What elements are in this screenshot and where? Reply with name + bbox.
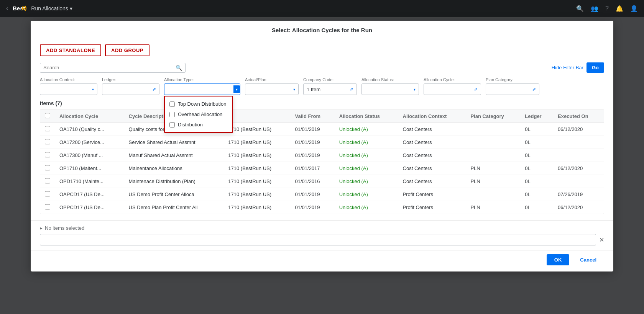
row-plan-category: [466, 188, 520, 201]
allocation-cycle-filter: Allocation Cycle: ⇗: [424, 77, 481, 95]
header-plan-category: Plan Category: [466, 110, 520, 123]
allocation-cycle-dropdown[interactable]: [427, 87, 471, 92]
row-checkbox-1[interactable]: [45, 139, 50, 144]
modal-dialog: Select: Allocation Cycles for the Run AD…: [31, 21, 613, 271]
allocation-status-dropdown[interactable]: [365, 87, 412, 92]
row-context: Cost Centers: [398, 162, 466, 175]
allocation-type-caret[interactable]: ▾: [233, 85, 240, 93]
search-submit-icon[interactable]: 🔍: [176, 65, 182, 71]
checkbox-overhead[interactable]: [169, 112, 175, 117]
table-row: OA17200 (Service... Service Shared Actua…: [40, 136, 604, 149]
add-group-button[interactable]: ADD GROUP: [105, 44, 150, 56]
row-status: Unlocked (A): [335, 201, 398, 214]
row-executed-on: [553, 149, 604, 162]
dropdown-item-distribution[interactable]: Distribution: [165, 119, 232, 130]
search-input[interactable]: [43, 65, 173, 70]
selected-input-bar: ✕: [40, 234, 604, 245]
allocation-cycle-expand-icon[interactable]: ⇗: [474, 87, 478, 92]
actual-plan-select[interactable]: ▾: [245, 83, 299, 95]
row-type: 1710 (BestRun US): [223, 188, 290, 201]
row-valid-from: 01/01/2019: [290, 123, 334, 136]
topbar-icons: 🔍 👥 ? 🔔 👤: [576, 5, 638, 12]
row-checkbox-5[interactable]: [45, 191, 50, 196]
row-status: Unlocked (A): [335, 123, 398, 136]
plan-category-expand-icon[interactable]: ⇗: [532, 87, 536, 92]
row-plan-category: [466, 123, 520, 136]
clear-selection-button[interactable]: ✕: [599, 236, 604, 244]
actual-plan-filter: Actual/Plan: ▾: [245, 77, 299, 95]
help-icon[interactable]: ?: [605, 5, 609, 12]
no-items-selected-row[interactable]: ▸ No items selected: [40, 225, 604, 231]
actual-plan-chevron: ▾: [293, 87, 295, 92]
ok-button[interactable]: OK: [547, 254, 570, 265]
selected-items-input[interactable]: [40, 234, 596, 245]
table-row: OA1710 (Quality c... Quality costs for o…: [40, 123, 604, 136]
allocation-status-chevron: ▾: [414, 87, 416, 92]
allocation-context-dropdown[interactable]: [43, 87, 90, 92]
hide-filter-bar-link[interactable]: Hide Filter Bar: [552, 65, 583, 70]
go-button[interactable]: Go: [586, 62, 604, 73]
topbar: ‹ Best Run Run Allocations ▾ 🔍 👥 ? 🔔 👤: [0, 0, 644, 17]
checkbox-top-down[interactable]: [169, 101, 175, 107]
modal-actions: OK Cancel: [31, 250, 613, 271]
header-allocation-context: Allocation Context: [398, 110, 466, 123]
row-valid-from: 01/01/2019: [290, 201, 334, 214]
ledger-expand-icon[interactable]: ⇗: [152, 87, 156, 92]
actual-plan-dropdown[interactable]: [248, 87, 292, 92]
select-all-checkbox[interactable]: [45, 113, 50, 118]
notifications-icon[interactable]: 🔔: [616, 5, 623, 12]
plan-category-filter: Plan Category: ⇗: [486, 77, 539, 95]
row-plan-category: PLN: [466, 201, 520, 214]
app-title: Run Allocations: [31, 5, 68, 11]
ledger-select[interactable]: ⇗: [102, 83, 159, 95]
table-row: OA17300 (Manuf ... Manuf Shared Actual A…: [40, 149, 604, 162]
allocation-cycle-select[interactable]: ⇗: [424, 83, 481, 95]
row-checkbox-3[interactable]: [45, 165, 50, 170]
actual-plan-label: Actual/Plan:: [245, 77, 299, 82]
row-type: 1710 (BestRun US): [223, 149, 290, 162]
allocation-context-label: Allocation Context:: [40, 77, 97, 82]
row-checkbox-2[interactable]: [45, 152, 50, 157]
row-checkbox-4[interactable]: [45, 178, 50, 183]
add-standalone-button[interactable]: ADD STANDALONE: [40, 44, 101, 56]
row-valid-from: 01/01/2019: [290, 149, 334, 162]
ledger-dropdown[interactable]: [105, 87, 149, 92]
row-description: Manuf Shared Actual Assmnt: [124, 149, 224, 162]
row-status: Unlocked (A): [335, 149, 398, 162]
header-checkbox-col: [40, 110, 55, 123]
plan-category-select[interactable]: ⇗: [486, 83, 539, 95]
row-checkbox-6[interactable]: [45, 204, 50, 209]
row-valid-from: 01/01/2019: [290, 188, 334, 201]
dropdown-item-overhead[interactable]: Overhead Allocation: [165, 109, 232, 119]
back-button[interactable]: ‹: [6, 5, 8, 12]
account-icon[interactable]: 👤: [630, 5, 638, 12]
dropdown-item-top-down[interactable]: Top Down Distribution: [165, 99, 232, 109]
company-code-select[interactable]: 1 Item ⇗: [303, 83, 357, 95]
checkbox-distribution[interactable]: [169, 122, 175, 128]
header-allocation-status: Allocation Status: [335, 110, 398, 123]
user-settings-icon[interactable]: 👥: [591, 5, 598, 12]
row-context: Profit Centers: [398, 201, 466, 214]
cancel-button[interactable]: Cancel: [572, 254, 604, 265]
dropdown-item-top-down-label: Top Down Distribution: [178, 101, 226, 107]
plan-category-dropdown[interactable]: [489, 87, 529, 92]
row-cycle: OA17300 (Manuf ...: [55, 149, 124, 162]
allocation-status-select[interactable]: ▾: [361, 83, 419, 95]
row-context: Cost Centers: [398, 175, 466, 188]
allocation-type-field[interactable]: [168, 87, 232, 92]
allocation-table-element: Allocation Cycle Cycle Description Valid…: [40, 110, 604, 214]
row-executed-on: [553, 175, 604, 188]
allocation-type-input[interactable]: ▾: [164, 83, 240, 95]
company-code-filter: Company Code: 1 Item ⇗: [303, 77, 357, 95]
row-valid-from: 01/01/2019: [290, 136, 334, 149]
row-plan-category: [466, 136, 520, 149]
allocation-table: Allocation Cycle Cycle Description Valid…: [40, 110, 604, 214]
company-code-label: Company Code:: [303, 77, 357, 82]
search-icon[interactable]: 🔍: [576, 5, 584, 12]
row-type: 1710 (BestRun US): [223, 175, 290, 188]
row-checkbox-cell: [40, 136, 55, 149]
app-title-dropdown-icon[interactable]: ▾: [70, 5, 72, 11]
company-code-expand-icon[interactable]: ⇗: [350, 87, 353, 92]
allocation-context-select[interactable]: ▾: [40, 83, 97, 95]
row-checkbox-0[interactable]: [45, 126, 50, 131]
